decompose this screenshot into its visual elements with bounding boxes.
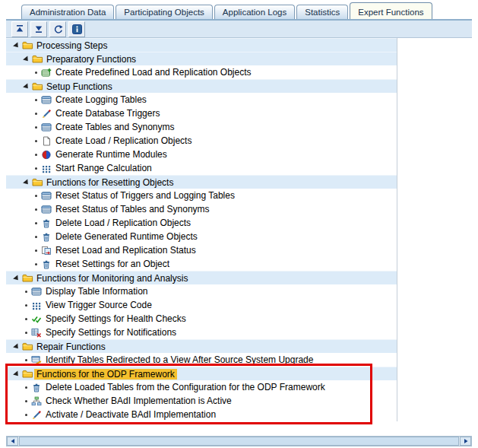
trash-icon [41, 259, 53, 269]
up-arrow-icon [15, 24, 24, 33]
folder-icon [22, 342, 34, 351]
tab-participating-objects[interactable]: Participating Objects [116, 5, 212, 19]
pen-icon [31, 410, 43, 420]
tree-item-label: Create Predefined Load and Replication O… [53, 67, 254, 78]
bullet-icon [35, 113, 37, 115]
tree-toolbar [6, 21, 472, 38]
scrollbar-thumb[interactable] [19, 437, 459, 446]
scrollbar-right-arrow[interactable] [460, 437, 471, 446]
refresh-button[interactable] [49, 21, 66, 37]
sphere-icon [41, 150, 53, 160]
tree-folder-label: Repair Functions [34, 342, 108, 352]
table-arrow-icon [31, 355, 43, 365]
tab-application-logs[interactable]: Application Logs [214, 5, 295, 19]
tree-item-row[interactable]: Specify Settings for Health Checks [6, 312, 397, 326]
expand-collapse-icon[interactable] [12, 342, 22, 351]
tree-item-row[interactable]: View Trigger Source Code [6, 298, 397, 312]
tree-folder-row[interactable]: Preparatory Functions [6, 52, 397, 65]
tree-item-row[interactable]: Create Logging Tables [6, 93, 397, 106]
tree-folder-label: Functions for the ODP Framework [34, 369, 177, 380]
status-arrows-icon [41, 246, 53, 256]
tree-item-row[interactable]: Delete Load / Replication Objects [6, 216, 397, 230]
tree-item-row[interactable]: Create Predefined Load and Replication O… [6, 65, 397, 79]
horizontal-scrollbar[interactable] [6, 436, 472, 446]
tree-folder-row[interactable]: Functions for Resetting Objects [6, 175, 397, 189]
document-icon [41, 136, 53, 146]
expand-collapse-icon[interactable] [12, 41, 22, 49]
tab-administration-data[interactable]: Administration Data [21, 5, 114, 19]
tree-item-row[interactable]: Activate / Deactivate BAdI Implementatio… [6, 408, 397, 421]
tree-folder-label: Functions for Resetting Objects [44, 177, 176, 188]
expert-functions-screen: Administration DataParticipating Objects… [0, 0, 478, 448]
bullet-icon [35, 195, 37, 197]
info-icon [72, 24, 82, 34]
tree-folder-row[interactable]: Processing Steps [6, 38, 397, 52]
bullet-icon [25, 414, 27, 416]
bullet-icon [35, 167, 37, 170]
bullet-icon [25, 291, 27, 293]
scrollbar-left-arrow[interactable] [7, 437, 18, 446]
tree-item-label: Delete Load / Replication Objects [53, 218, 193, 228]
tree-folder-label: Setup Functions [44, 81, 115, 92]
bullet-icon [35, 222, 37, 224]
expand-collapse-icon[interactable] [12, 274, 22, 282]
dots-grid-icon [31, 300, 43, 310]
tree-item-row[interactable]: Create Database Triggers [6, 106, 397, 120]
tree-item-row[interactable]: Delete Loaded Tables from the Configurat… [6, 380, 397, 394]
expand-collapse-icon[interactable] [22, 55, 32, 63]
tab-expert-functions[interactable]: Expert Functions [350, 2, 432, 19]
function-tree: Processing StepsPreparatory FunctionsCre… [6, 38, 397, 421]
bullet-icon [35, 99, 37, 101]
tree-item-label: Create Load / Replication Objects [53, 135, 194, 146]
tree-item-row[interactable]: Specify Settings for Notifications [6, 326, 397, 339]
bullet-icon [35, 249, 37, 252]
tree-item-label: Check Whether BAdI Implementation is Act… [43, 396, 234, 406]
tree-folder-label: Preparatory Functions [44, 54, 138, 65]
tree-item-row[interactable]: Reset Load and Replication Status [6, 243, 397, 257]
tree-folder-label: Processing Steps [34, 40, 109, 51]
tree-item-label: Reset Status of Triggers and Logging Tab… [53, 190, 237, 201]
folder-icon [32, 54, 44, 64]
tree-item-label: Delete Loaded Tables from the Configurat… [43, 382, 328, 392]
tree-folder-row[interactable]: Functions for Monitoring and Analysis [6, 271, 397, 284]
tree-item-label: Specify Settings for Notifications [43, 327, 179, 338]
dots-grid-icon [41, 164, 53, 173]
tree-folder-row[interactable]: Repair Functions [6, 339, 397, 353]
table-icon [41, 205, 53, 214]
tree-item-row[interactable]: Reset Settings for an Object [6, 257, 397, 271]
grid-red-x-icon [31, 328, 43, 338]
expand-collapse-icon[interactable] [22, 178, 32, 186]
bullet-icon [25, 386, 27, 389]
tree-item-row[interactable]: Reset Status of Tables and Synonyms [6, 202, 397, 216]
folder-icon [32, 177, 44, 187]
down-arrow-icon [34, 24, 43, 33]
tree-item-label: Delete Generated Runtime Objects [53, 231, 200, 242]
tab-statistics[interactable]: Statistics [296, 5, 348, 19]
tree-item-row[interactable]: Identify Tables Redirected to a View Aft… [6, 353, 397, 367]
info-button[interactable] [68, 21, 85, 37]
tree-item-row[interactable]: Check Whether BAdI Implementation is Act… [6, 394, 397, 408]
bullet-icon [25, 359, 27, 361]
bullet-icon [35, 208, 37, 211]
tree-item-row[interactable]: Display Table Information [6, 284, 397, 298]
tree-item-row[interactable]: Generate Runtime Modules [6, 148, 397, 161]
bullet-icon [35, 126, 37, 129]
tree-item-row[interactable]: Create Tables and Synonyms [6, 120, 397, 134]
bullet-icon [25, 332, 27, 334]
tree-folder-row[interactable]: Setup Functions [6, 79, 397, 93]
tree-item-row[interactable]: Delete Generated Runtime Objects [6, 230, 397, 243]
tree-folder-row[interactable]: Functions for the ODP Framework [6, 367, 397, 380]
org-chart-icon [31, 396, 43, 406]
tree-item-label: Create Logging Tables [53, 94, 149, 105]
scroll-to-bottom-button[interactable] [30, 21, 47, 37]
bullet-icon [35, 140, 37, 142]
scroll-to-top-button[interactable] [11, 21, 28, 37]
tree-item-row[interactable]: Create Load / Replication Objects [6, 134, 397, 148]
expand-collapse-icon[interactable] [22, 82, 32, 91]
expand-collapse-icon[interactable] [12, 370, 22, 378]
tree-item-label: Start Range Calculation [53, 163, 154, 173]
folder-icon [32, 81, 44, 91]
tree-item-label: Reset Load and Replication Status [53, 245, 198, 256]
tree-item-row[interactable]: Reset Status of Triggers and Logging Tab… [6, 189, 397, 202]
tree-item-row[interactable]: Start Range Calculation [6, 161, 397, 175]
